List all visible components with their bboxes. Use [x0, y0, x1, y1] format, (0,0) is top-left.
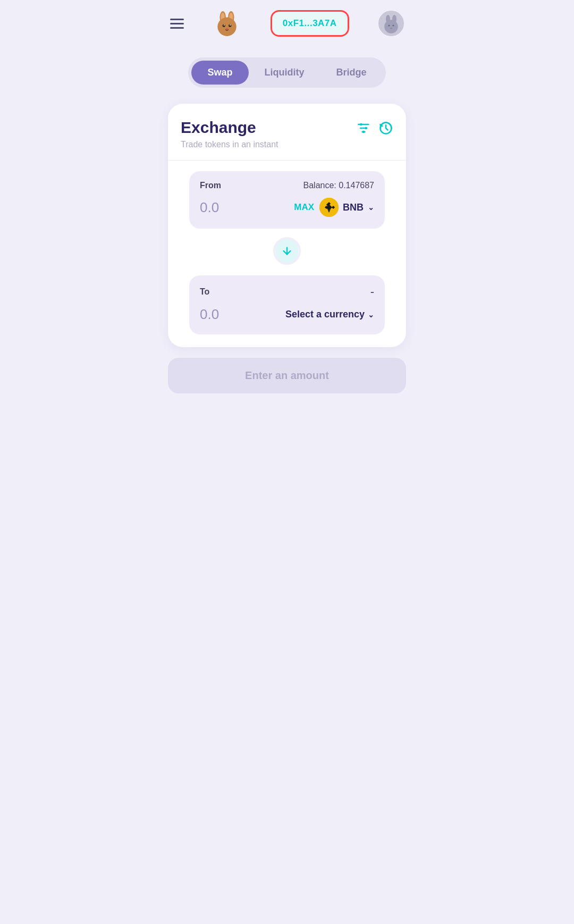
enter-amount-text: Enter an amount — [245, 369, 329, 381]
to-dash: - — [370, 285, 374, 299]
header: 0xF1...3A7A — [159, 0, 415, 47]
exchange-card: Exchange Trade tokens in an instant — [168, 104, 406, 347]
from-label: From — [200, 181, 221, 190]
from-panel: From Balance: 0.147687 0.0 MAX — [189, 171, 385, 229]
from-input-row: 0.0 MAX — [200, 198, 374, 217]
logo-container[interactable] — [213, 10, 241, 37]
tab-bridge[interactable]: Bridge — [320, 61, 383, 85]
settings-icon[interactable] — [356, 121, 371, 139]
to-panel-header: To - — [200, 285, 374, 299]
from-panel-header: From Balance: 0.147687 — [200, 181, 374, 190]
hamburger-menu[interactable] — [170, 19, 184, 29]
enter-amount-button[interactable]: Enter an amount — [168, 358, 406, 393]
svg-point-8 — [230, 24, 231, 26]
tab-pill: Swap Liquidity Bridge — [188, 57, 385, 88]
svg-point-14 — [392, 24, 394, 26]
svg-point-21 — [365, 127, 367, 130]
to-panel: To - 0.0 Select a currency ⌄ — [189, 275, 385, 334]
from-balance: Balance: 0.147687 — [303, 181, 374, 190]
svg-point-7 — [224, 24, 225, 26]
from-chevron-icon[interactable]: ⌄ — [368, 203, 374, 212]
card-title-section: Exchange Trade tokens in an instant — [181, 119, 278, 149]
svg-point-15 — [390, 28, 392, 29]
tab-liquidity[interactable]: Liquidity — [249, 61, 320, 85]
swap-arrow-icon — [281, 245, 293, 257]
svg-point-4 — [218, 18, 237, 36]
svg-point-12 — [384, 20, 398, 33]
avatar-icon — [381, 13, 402, 34]
nav-tabs: Swap Liquidity Bridge — [159, 47, 415, 93]
to-amount[interactable]: 0.0 — [200, 306, 219, 323]
history-icon[interactable] — [378, 121, 393, 139]
from-right: MAX BN — [294, 198, 374, 217]
svg-point-9 — [226, 28, 229, 30]
card-header: Exchange Trade tokens in an instant — [181, 119, 393, 149]
swap-direction-button[interactable] — [273, 237, 301, 265]
card-actions — [356, 121, 393, 139]
from-token-name: BNB — [343, 202, 364, 213]
currency-chevron-icon[interactable]: ⌄ — [368, 310, 374, 319]
logo-icon — [213, 10, 241, 37]
to-input-row: 0.0 Select a currency ⌄ — [200, 306, 374, 323]
svg-point-20 — [360, 123, 362, 126]
wallet-address[interactable]: 0xF1...3A7A — [273, 13, 347, 34]
card-divider — [168, 160, 406, 161]
select-currency-text: Select a currency — [285, 309, 365, 320]
from-amount[interactable]: 0.0 — [200, 199, 219, 216]
wallet-address-wrapper[interactable]: 0xF1...3A7A — [271, 10, 349, 37]
max-button[interactable]: MAX — [294, 202, 314, 213]
svg-point-13 — [388, 24, 390, 26]
bnb-selector[interactable]: BNB ⌄ — [319, 198, 374, 217]
currency-selector[interactable]: Select a currency ⌄ — [285, 309, 374, 320]
user-avatar[interactable] — [378, 11, 404, 36]
card-title: Exchange — [181, 119, 278, 137]
svg-point-22 — [362, 131, 365, 133]
bnb-icon — [319, 198, 339, 217]
card-subtitle: Trade tokens in an instant — [181, 140, 278, 149]
token-section: From Balance: 0.147687 0.0 MAX — [181, 171, 393, 334]
to-label: To — [200, 287, 209, 297]
swap-arrow-container — [189, 237, 385, 265]
tab-swap[interactable]: Swap — [191, 61, 248, 85]
